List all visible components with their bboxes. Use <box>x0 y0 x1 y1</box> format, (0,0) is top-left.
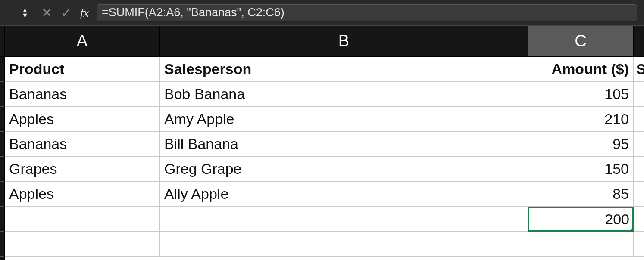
formula-input[interactable] <box>97 6 637 19</box>
cell-D1-partial[interactable]: S <box>634 57 644 82</box>
table-row: 200 <box>5 207 644 232</box>
cell-B2[interactable]: Bob Banana <box>160 82 528 107</box>
cell-C4[interactable]: 95 <box>528 132 634 157</box>
column-header-D-partial[interactable] <box>634 26 644 56</box>
cell-D5-partial[interactable] <box>634 157 644 182</box>
table-row: Product Salesperson Amount ($) S <box>5 57 644 82</box>
cell-A1[interactable]: Product <box>5 57 160 82</box>
name-box-stepper[interactable]: ▲ ▼ <box>22 8 28 17</box>
table-row: Bananas Bob Banana 105 <box>5 82 644 107</box>
row-head[interactable] <box>0 132 4 157</box>
cell-D8-partial[interactable] <box>634 232 644 257</box>
cancel-edit-button[interactable]: ✕ <box>41 6 52 19</box>
cell-value: 200 <box>605 211 629 228</box>
cell-D4-partial[interactable] <box>634 132 644 157</box>
column-headers: A B C <box>5 26 644 57</box>
cell-B6[interactable]: Ally Apple <box>160 182 528 207</box>
cell-C3[interactable]: 210 <box>528 107 634 132</box>
row-head[interactable] <box>0 207 4 232</box>
check-icon: ✓ <box>61 6 72 20</box>
cell-C2[interactable]: 105 <box>528 82 634 107</box>
cell-A2[interactable]: Bananas <box>5 82 160 107</box>
fx-label: fx <box>80 6 89 20</box>
cell-A4[interactable]: Bananas <box>5 132 160 157</box>
cell-C8[interactable] <box>528 232 634 257</box>
cell-C6[interactable]: 85 <box>528 182 634 207</box>
row-head[interactable] <box>0 182 4 207</box>
spreadsheet: A B C Product Salesperson Amount ($) S B… <box>0 26 644 260</box>
table-row: Apples Amy Apple 210 <box>5 107 644 132</box>
cell-B4[interactable]: Bill Banana <box>160 132 528 157</box>
row-head[interactable] <box>0 107 4 132</box>
row-head[interactable] <box>0 232 4 257</box>
cell-A8[interactable] <box>5 232 160 257</box>
row-head[interactable] <box>0 57 4 82</box>
formula-input-wrap <box>97 4 637 22</box>
table-row: Bananas Bill Banana 95 <box>5 132 644 157</box>
fill-handle[interactable] <box>630 228 634 232</box>
cell-B1[interactable]: Salesperson <box>160 57 528 82</box>
row-head[interactable] <box>0 82 4 107</box>
table-row: Grapes Greg Grape 150 <box>5 157 644 182</box>
accept-edit-button[interactable]: ✓ <box>61 6 72 19</box>
row-gutter <box>0 26 5 260</box>
cell-A5[interactable]: Grapes <box>5 157 160 182</box>
table-row <box>5 232 644 257</box>
cell-D3-partial[interactable] <box>634 107 644 132</box>
cell-C7-selected[interactable]: 200 <box>528 207 634 232</box>
stepper-down-icon: ▼ <box>22 13 28 18</box>
cell-B5[interactable]: Greg Grape <box>160 157 528 182</box>
cell-A3[interactable]: Apples <box>5 107 160 132</box>
cell-B3[interactable]: Amy Apple <box>160 107 528 132</box>
cell-D7-partial[interactable] <box>634 207 644 232</box>
table-row: Apples Ally Apple 85 <box>5 182 644 207</box>
cell-A6[interactable]: Apples <box>5 182 160 207</box>
formula-bar: ▲ ▼ ✕ ✓ fx <box>0 0 644 26</box>
row-head[interactable] <box>0 157 4 182</box>
cell-C1[interactable]: Amount ($) <box>528 57 634 82</box>
select-all-corner[interactable] <box>0 26 4 57</box>
cell-C5[interactable]: 150 <box>528 157 634 182</box>
column-header-B[interactable]: B <box>160 26 528 56</box>
cell-D6-partial[interactable] <box>634 182 644 207</box>
cell-B8[interactable] <box>160 232 528 257</box>
grid: A B C Product Salesperson Amount ($) S B… <box>5 26 644 260</box>
close-icon: ✕ <box>41 6 52 20</box>
cell-D2-partial[interactable] <box>634 82 644 107</box>
column-header-A[interactable]: A <box>5 26 160 56</box>
cell-B7[interactable] <box>160 207 528 232</box>
column-header-C[interactable]: C <box>528 26 634 56</box>
cell-A7[interactable] <box>5 207 160 232</box>
